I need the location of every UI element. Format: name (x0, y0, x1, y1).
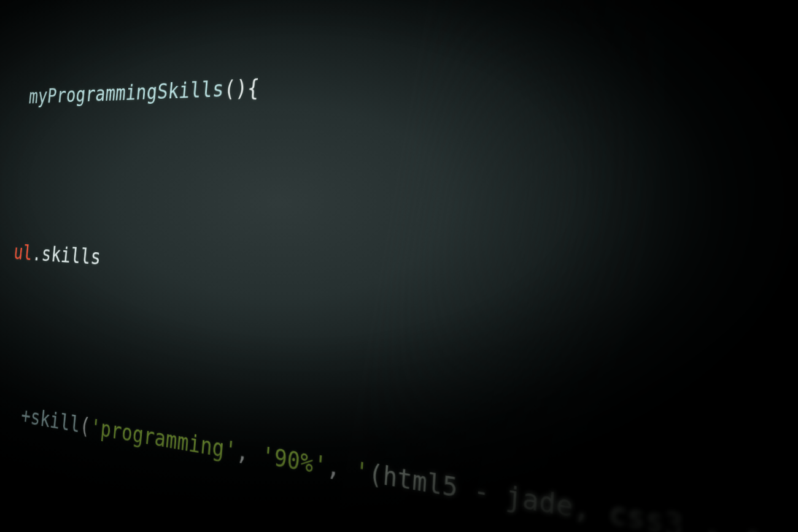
code-line: myProgrammingSkills(){ (10, 0, 798, 114)
class-skills: .skills (31, 241, 102, 270)
code-line: ul.skills (0, 236, 798, 397)
fn-call: myProgrammingSkills (28, 76, 225, 109)
code-line: +skill('programming', '90%', '(html5 - j… (0, 393, 798, 532)
tag-ul: ul (13, 240, 34, 265)
code-editor-content: myProgrammingSkills(){ ul.skills +skill(… (0, 0, 798, 532)
photographed-screen: myProgrammingSkills(){ ul.skills +skill(… (0, 0, 798, 532)
